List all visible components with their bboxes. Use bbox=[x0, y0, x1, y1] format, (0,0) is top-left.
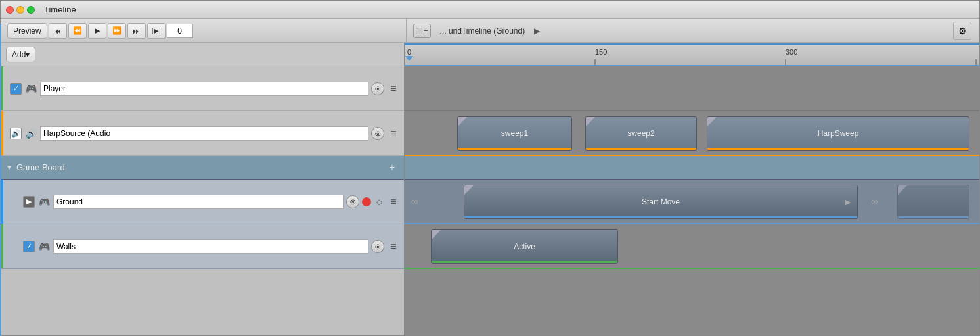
track-toggle-player[interactable]: ✓ bbox=[10, 83, 22, 95]
toolbar-left: Preview ⏮ ⏪ ▶ ⏩ ⏭ [▶] 0 bbox=[3, 19, 407, 42]
track-row: ▶ 🎮 ◎ ◇ ≡ bbox=[1, 180, 404, 224]
track-row: ✓ 🎮 ◎ ≡ bbox=[1, 224, 404, 269]
clip-sweep1[interactable]: sweep1 bbox=[457, 116, 572, 151]
clip-bar bbox=[586, 148, 696, 150]
step-back-button[interactable]: ⏪ bbox=[68, 23, 87, 39]
right-panel: 0 150 300 bbox=[405, 43, 979, 335]
clip-label: Active bbox=[514, 242, 535, 251]
ground-timeline-track: ∞ Start Move ▶ ∞ bbox=[405, 180, 979, 224]
clip-label: Start Move bbox=[642, 197, 680, 206]
preview-play-button[interactable]: [▶] bbox=[147, 23, 166, 39]
main-content: Add▾ ✓ 🎮 ◎ ≡ 🔊 🔊 ◎ ≡ bbox=[1, 43, 979, 335]
walls-track-icon: 🎮 bbox=[37, 240, 51, 253]
timeline-name-label: ... undTimeline (Ground) bbox=[440, 26, 525, 36]
ground-keyframe-icon[interactable]: ◇ bbox=[374, 197, 384, 207]
play-button[interactable]: ▶ bbox=[88, 23, 106, 39]
walls-name-input[interactable] bbox=[53, 239, 368, 254]
frame-input[interactable]: 0 bbox=[167, 24, 193, 38]
harpsource-menu-button[interactable]: ≡ bbox=[387, 127, 400, 140]
track-row: 🔊 🔊 ◎ ≡ bbox=[1, 111, 404, 156]
group-tracks: ▶ 🎮 ◎ ◇ ≡ ✓ 🎮 ◎ ≡ bbox=[1, 180, 404, 269]
clip-label: sweep1 bbox=[501, 129, 528, 138]
settings-button[interactable]: ⚙ bbox=[953, 22, 971, 40]
track-row: ✓ 🎮 ◎ ≡ bbox=[1, 66, 404, 111]
clip-harpsweep[interactable]: HarpSweep bbox=[707, 116, 969, 151]
clip-sweep2[interactable]: sweep2 bbox=[585, 116, 697, 151]
group-triangle[interactable]: ▼ bbox=[6, 164, 12, 171]
timeline-tracks-area: sweep1 sweep2 HarpSweep bbox=[405, 66, 979, 335]
harpsource-circle-button[interactable]: ◎ bbox=[371, 127, 384, 140]
clip-arrow: ▶ bbox=[845, 198, 851, 206]
timeline-window: Timeline Preview ⏮ ⏪ ▶ ⏩ ⏭ [▶] 0 ÷ ... u… bbox=[0, 0, 980, 336]
harpsource-track-icon: 🔊 bbox=[24, 127, 37, 140]
window-title: Timeline bbox=[44, 5, 76, 14]
window-controls bbox=[6, 6, 35, 14]
add-button-row: Add▾ bbox=[1, 43, 404, 66]
timeline-ruler: 0 150 300 bbox=[405, 43, 979, 66]
clip-bar bbox=[464, 216, 857, 218]
harpsource-name-input[interactable] bbox=[40, 126, 368, 141]
group-header: ▼ Game Board + bbox=[1, 156, 404, 180]
group-header-timeline-track bbox=[405, 156, 979, 180]
ground-menu-button[interactable]: ≡ bbox=[387, 195, 400, 208]
ground-record-dot bbox=[362, 197, 371, 206]
player-menu-button[interactable]: ≡ bbox=[387, 82, 400, 95]
add-button[interactable]: Add▾ bbox=[6, 47, 35, 62]
ground-track-icon: 🎮 bbox=[37, 195, 51, 208]
left-panel: Add▾ ✓ 🎮 ◎ ≡ 🔊 🔊 ◎ ≡ bbox=[1, 43, 405, 335]
group-title: Game Board bbox=[16, 162, 382, 172]
clip-extra[interactable] bbox=[897, 185, 969, 219]
toolbar: Preview ⏮ ⏪ ▶ ⏩ ⏭ [▶] 0 ÷ ... undTimelin… bbox=[1, 19, 979, 43]
walls-menu-button[interactable]: ≡ bbox=[387, 240, 400, 253]
skip-to-end-button[interactable]: ⏭ bbox=[127, 23, 146, 39]
clip-start-move[interactable]: Start Move ▶ bbox=[464, 185, 858, 219]
maximize-button[interactable] bbox=[27, 6, 35, 14]
group-add-button[interactable]: + bbox=[386, 161, 399, 174]
track-toggle-harpsource[interactable]: 🔊 bbox=[10, 128, 22, 139]
layout-button[interactable]: ÷ bbox=[413, 24, 431, 38]
track-toggle-walls[interactable]: ✓ bbox=[23, 241, 35, 252]
ruler-ticks bbox=[405, 43, 979, 65]
clip-label: HarpSweep bbox=[818, 129, 859, 138]
clip-bar bbox=[458, 148, 571, 150]
preview-button[interactable]: Preview bbox=[7, 23, 47, 39]
ground-circle-button[interactable]: ◎ bbox=[346, 195, 359, 208]
clip-label: sweep2 bbox=[627, 129, 654, 138]
clip-bar bbox=[898, 216, 969, 218]
harpsource-timeline-track: sweep1 sweep2 HarpSweep bbox=[405, 111, 979, 156]
clip-bar bbox=[432, 261, 617, 263]
minimize-button[interactable] bbox=[16, 6, 24, 14]
step-forward-button[interactable]: ⏩ bbox=[108, 23, 126, 39]
infinity-right: ∞ bbox=[871, 196, 878, 206]
clip-active[interactable]: Active bbox=[431, 229, 618, 264]
walls-timeline-track: Active bbox=[405, 224, 979, 269]
clip-bar bbox=[707, 148, 969, 150]
close-button[interactable] bbox=[6, 6, 14, 14]
player-timeline-track bbox=[405, 66, 979, 111]
title-bar: Timeline bbox=[1, 1, 979, 19]
add-label: Add▾ bbox=[12, 50, 30, 59]
player-track-icon: 🎮 bbox=[24, 82, 37, 95]
player-name-input[interactable] bbox=[40, 82, 368, 96]
ground-name-input[interactable] bbox=[53, 195, 344, 209]
walls-circle-button[interactable]: ◎ bbox=[371, 240, 384, 253]
track-toggle-ground[interactable]: ▶ bbox=[23, 196, 35, 208]
toolbar-right: ÷ ... undTimeline (Ground) ▶ ⚙ bbox=[408, 22, 977, 40]
skip-to-start-button[interactable]: ⏮ bbox=[49, 23, 67, 39]
player-circle-button[interactable]: ◎ bbox=[371, 82, 384, 95]
infinity-left: ∞ bbox=[411, 196, 418, 206]
